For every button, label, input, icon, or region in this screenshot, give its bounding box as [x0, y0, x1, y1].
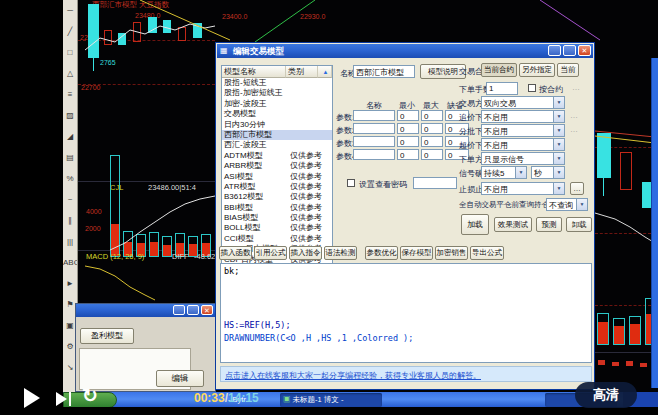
- arrow-tool-icon[interactable]: ►: [63, 273, 77, 294]
- batch-order-select[interactable]: 不启用▼: [481, 124, 565, 137]
- list-item[interactable]: BIAS模型仅供参考: [222, 213, 332, 223]
- param3-max-input[interactable]: 0: [421, 136, 443, 147]
- contract-other-button[interactable]: 当前: [557, 63, 579, 77]
- edit-button[interactable]: 编辑: [156, 370, 204, 387]
- hatch-tool-icon[interactable]: ▨: [63, 105, 77, 126]
- next-icon[interactable]: [56, 392, 67, 406]
- param-optimize-button[interactable]: 参数优化: [365, 246, 398, 260]
- stop-loss-select[interactable]: 不启用▼: [481, 182, 565, 195]
- hd-quality-button[interactable]: 高清: [575, 382, 637, 408]
- syntax-check-button[interactable]: 语法检测: [324, 246, 357, 260]
- close-icon[interactable]: ✕: [201, 305, 213, 315]
- signal-confirm-select[interactable]: 持续5▼: [481, 166, 527, 179]
- maximize-icon[interactable]: [187, 305, 199, 315]
- list-item[interactable]: 西汇-波段王: [222, 140, 332, 150]
- parallel-lines-tool-icon[interactable]: ≡: [63, 84, 77, 105]
- triangle-tool-icon[interactable]: △: [63, 63, 77, 84]
- window-edge: [651, 58, 658, 388]
- list-item-selected[interactable]: 西部汇市模型: [222, 130, 332, 140]
- minimize-icon[interactable]: [548, 45, 561, 56]
- param3-min-input[interactable]: 0: [397, 136, 419, 147]
- list-item[interactable]: 加密-波段王: [222, 99, 332, 109]
- insert-command-button[interactable]: 插入指令: [289, 246, 322, 260]
- param1-min-input[interactable]: 0: [397, 110, 419, 121]
- rectangle-tool-icon[interactable]: □: [63, 42, 77, 63]
- predict-button[interactable]: 预测: [536, 217, 562, 232]
- more-icon[interactable]: …: [572, 83, 580, 92]
- chase-order-select[interactable]: 不启用▼: [481, 110, 565, 123]
- list-item[interactable]: ATR模型仅供参考: [222, 182, 332, 192]
- over-price-select[interactable]: 不启用▼: [481, 138, 565, 151]
- password-label: 设置查看密码: [359, 179, 407, 190]
- password-input[interactable]: [413, 177, 457, 189]
- save-model-button[interactable]: 保存模型: [400, 246, 433, 260]
- effect-test-button[interactable]: 效果测试: [494, 217, 532, 232]
- time-display: 00:33/14:15: [194, 391, 259, 405]
- line-tool-icon[interactable]: ─: [63, 0, 77, 21]
- password-checkbox[interactable]: [347, 179, 355, 187]
- per-contract-checkbox[interactable]: [528, 84, 536, 92]
- list-item[interactable]: 日内30分钟: [222, 120, 332, 130]
- list-item[interactable]: CCI模型仅供参考: [222, 234, 332, 244]
- insert-function-button[interactable]: 插入函数: [219, 246, 252, 260]
- list-item[interactable]: ADTM模型仅供参考: [222, 151, 332, 161]
- minimize-icon[interactable]: [173, 305, 185, 315]
- column-header-category[interactable]: 类别: [286, 66, 318, 78]
- param1-name-input[interactable]: [353, 110, 395, 121]
- gann-tool-icon[interactable]: ∥: [63, 210, 77, 231]
- order-mode-select[interactable]: 只显示信号▼: [481, 152, 565, 165]
- lots-input[interactable]: 1: [486, 82, 518, 95]
- param2-max-input[interactable]: 0: [421, 123, 443, 134]
- list-item[interactable]: BBI模型仅供参考: [222, 203, 332, 213]
- edit-trade-model-dialog: ▦ 编辑交易模型 ✕ 模型名称 类别 ▲ 股指-短线王 股指-加密短线王 加密-…: [215, 42, 595, 390]
- model-list-header: 模型名称 类别 ▲: [222, 66, 332, 78]
- param1-max-input[interactable]: 0: [421, 110, 443, 121]
- online-support-link[interactable]: 点击进入在线客服和大家一起分享编程经验，获得专业客服人员的解答。: [225, 370, 481, 381]
- taskbar-item-active[interactable]: ▣ 未标题-1 博文 -: [280, 393, 382, 407]
- param4-min-input[interactable]: 0: [397, 149, 419, 160]
- trade-mode-select[interactable]: 双向交易▼: [481, 96, 565, 109]
- profit-model-tab[interactable]: 盈利模型: [80, 328, 134, 344]
- param2-name-input[interactable]: [353, 123, 395, 134]
- param2-min-input[interactable]: 0: [397, 123, 419, 134]
- chevron-down-icon: ▼: [576, 199, 587, 210]
- list-item[interactable]: 股指-短线王: [222, 78, 332, 88]
- reference-formula-button[interactable]: 引用公式: [254, 246, 287, 260]
- letterbox-bottom: [0, 407, 658, 415]
- list-item[interactable]: ASI模型仅供参考: [222, 172, 332, 182]
- code-editor[interactable]: bk; HS:=REF(H,5); DRAWNUMBER(C<O ,H ,HS …: [220, 263, 592, 363]
- wedge-tool-icon[interactable]: ◢: [63, 126, 77, 147]
- trend-line-tool-icon[interactable]: ╱: [63, 21, 77, 42]
- scroll-up-icon[interactable]: ▲: [318, 66, 332, 78]
- play-icon[interactable]: [24, 388, 40, 408]
- encrypt-sell-button[interactable]: 加密销售: [435, 246, 468, 260]
- stop-loss-more-button[interactable]: …: [570, 182, 584, 195]
- text-tool-icon[interactable]: ABC: [63, 252, 77, 273]
- list-item[interactable]: BOLL模型仅供参考: [222, 223, 332, 233]
- model-name-input[interactable]: 西部汇市模型: [353, 65, 415, 78]
- param3-name-input[interactable]: [353, 136, 395, 147]
- contract-specify-button[interactable]: 另外指定: [519, 63, 555, 77]
- chevron-down-icon: ▼: [515, 167, 526, 178]
- wave-tool-icon[interactable]: ~: [63, 189, 77, 210]
- list-item[interactable]: 股指-加密短线王: [222, 88, 332, 98]
- list-item[interactable]: B3612模型仅供参考: [222, 192, 332, 202]
- replay-loop-icon[interactable]: ↻: [82, 384, 98, 407]
- param4-name-input[interactable]: [353, 149, 395, 160]
- close-icon[interactable]: ✕: [578, 45, 591, 56]
- load-button[interactable]: 加载: [461, 214, 489, 235]
- list-item[interactable]: 交易模型: [222, 109, 332, 119]
- auto-close-select[interactable]: 不查询▼: [546, 198, 588, 211]
- list-item[interactable]: ARBR模型仅供参考: [222, 161, 332, 171]
- column-header-name[interactable]: 模型名称: [222, 66, 286, 78]
- signal-unit-select[interactable]: 秒▼: [531, 166, 565, 179]
- bars-tool-icon[interactable]: |||: [63, 231, 77, 252]
- export-formula-button[interactable]: 导出公式: [470, 246, 504, 260]
- maximize-icon[interactable]: [563, 45, 576, 56]
- param4-max-input[interactable]: 0: [421, 149, 443, 160]
- unload-button[interactable]: 卸载: [566, 217, 592, 232]
- contract-current-button[interactable]: 当前合约: [481, 63, 517, 77]
- percent-tool-icon[interactable]: %: [63, 168, 77, 189]
- grid-tool-icon[interactable]: ▤: [63, 147, 77, 168]
- chevron-down-icon: ▼: [553, 111, 564, 122]
